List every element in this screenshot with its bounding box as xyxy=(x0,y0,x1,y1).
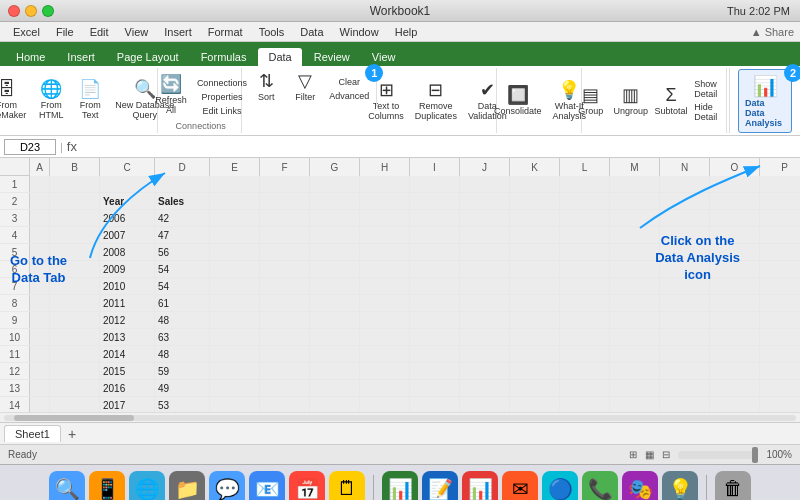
dock-app1[interactable]: ✉ xyxy=(502,471,538,501)
cell[interactable] xyxy=(210,295,260,312)
cell[interactable] xyxy=(410,312,460,329)
view-page-icon[interactable]: ⊟ xyxy=(662,449,670,460)
cell[interactable] xyxy=(260,176,310,193)
cell[interactable] xyxy=(760,397,800,412)
col-e-header[interactable]: E xyxy=(210,158,260,176)
dock-trash[interactable]: 🗑 xyxy=(715,471,751,501)
cell[interactable]: 59 xyxy=(155,363,210,380)
cell[interactable] xyxy=(30,176,50,193)
remove-duplicates-button[interactable]: ⊟ RemoveDuplicates xyxy=(411,79,461,123)
clear-button[interactable]: Clear xyxy=(326,76,372,88)
cell[interactable] xyxy=(260,363,310,380)
cell[interactable]: 48 xyxy=(155,312,210,329)
cell[interactable] xyxy=(660,176,710,193)
consolidate-button[interactable]: 🔲 Consolidate xyxy=(490,84,546,118)
col-l-header[interactable]: L xyxy=(560,158,610,176)
cell[interactable] xyxy=(360,261,410,278)
scroll-thumb[interactable] xyxy=(14,415,134,421)
dock-safari[interactable]: 🌐 xyxy=(129,471,165,501)
cell[interactable] xyxy=(260,278,310,295)
cell[interactable] xyxy=(210,227,260,244)
cell[interactable] xyxy=(510,193,560,210)
cell[interactable] xyxy=(610,261,660,278)
cell[interactable] xyxy=(310,278,360,295)
cell[interactable] xyxy=(560,312,610,329)
cell[interactable]: 2016 xyxy=(100,380,155,397)
cell[interactable] xyxy=(660,329,710,346)
cell[interactable] xyxy=(50,176,100,193)
cell[interactable] xyxy=(310,329,360,346)
table-row[interactable]: 4200747 xyxy=(0,227,800,244)
table-row[interactable]: 5200856 xyxy=(0,244,800,261)
cell[interactable] xyxy=(760,244,800,261)
cell[interactable] xyxy=(460,312,510,329)
cell[interactable] xyxy=(660,244,710,261)
cell[interactable] xyxy=(30,397,50,412)
cell[interactable]: 42 xyxy=(155,210,210,227)
col-h-header[interactable]: H xyxy=(360,158,410,176)
cell[interactable] xyxy=(660,261,710,278)
cell[interactable] xyxy=(460,176,510,193)
table-row[interactable]: 2YearSales xyxy=(0,193,800,210)
cell[interactable] xyxy=(660,295,710,312)
col-f-header[interactable]: F xyxy=(260,158,310,176)
menu-data[interactable]: Data xyxy=(293,24,330,40)
cell[interactable] xyxy=(260,329,310,346)
cell[interactable] xyxy=(30,380,50,397)
cell[interactable] xyxy=(30,227,50,244)
cell[interactable] xyxy=(510,363,560,380)
minimize-button[interactable] xyxy=(25,5,37,17)
cell[interactable] xyxy=(460,363,510,380)
cell[interactable] xyxy=(610,295,660,312)
cell[interactable] xyxy=(310,193,360,210)
cell[interactable] xyxy=(710,295,760,312)
cell[interactable]: 2015 xyxy=(100,363,155,380)
cell[interactable] xyxy=(560,363,610,380)
from-html-button[interactable]: 🌐 FromHTML xyxy=(33,78,69,122)
cell[interactable] xyxy=(710,312,760,329)
group-button[interactable]: ▤ Group xyxy=(573,84,609,118)
cell-reference-input[interactable] xyxy=(4,139,56,155)
cell[interactable]: 2017 xyxy=(100,397,155,412)
cell[interactable] xyxy=(610,380,660,397)
cell[interactable]: 56 xyxy=(155,244,210,261)
cell[interactable] xyxy=(510,346,560,363)
table-row[interactable]: 6200954 xyxy=(0,261,800,278)
tab-insert[interactable]: Insert xyxy=(57,48,105,66)
cell[interactable] xyxy=(310,227,360,244)
cell[interactable] xyxy=(50,346,100,363)
cell[interactable] xyxy=(50,380,100,397)
cell[interactable] xyxy=(210,380,260,397)
ungroup-button[interactable]: ▥ Ungroup xyxy=(612,84,650,118)
cell[interactable] xyxy=(460,346,510,363)
data-analysis-button[interactable]: 📊 DataData Analysis xyxy=(738,69,792,133)
dock-facetime[interactable]: 📞 xyxy=(582,471,618,501)
cell[interactable] xyxy=(310,346,360,363)
cell[interactable] xyxy=(260,346,310,363)
col-g-header[interactable]: G xyxy=(310,158,360,176)
cell[interactable] xyxy=(760,380,800,397)
menu-file[interactable]: File xyxy=(49,24,81,40)
cell[interactable] xyxy=(760,295,800,312)
cell[interactable] xyxy=(360,346,410,363)
cell[interactable] xyxy=(760,363,800,380)
cell[interactable]: 2012 xyxy=(100,312,155,329)
cell[interactable] xyxy=(710,227,760,244)
share-button[interactable]: ▲ Share xyxy=(751,26,794,38)
cell[interactable] xyxy=(610,244,660,261)
cell[interactable] xyxy=(360,227,410,244)
col-m-header[interactable]: M xyxy=(610,158,660,176)
cell[interactable] xyxy=(360,312,410,329)
cell[interactable] xyxy=(410,261,460,278)
cell[interactable]: 2014 xyxy=(100,346,155,363)
cell[interactable] xyxy=(510,295,560,312)
cell[interactable]: 48 xyxy=(155,346,210,363)
col-b-header[interactable]: B xyxy=(50,158,100,176)
cell[interactable] xyxy=(460,210,510,227)
cell[interactable] xyxy=(510,380,560,397)
cell[interactable] xyxy=(310,312,360,329)
dock-mail[interactable]: 📧 xyxy=(249,471,285,501)
cell[interactable] xyxy=(50,193,100,210)
dock-messages[interactable]: 💬 xyxy=(209,471,245,501)
sort-button[interactable]: ⇅ Sort xyxy=(248,70,284,104)
